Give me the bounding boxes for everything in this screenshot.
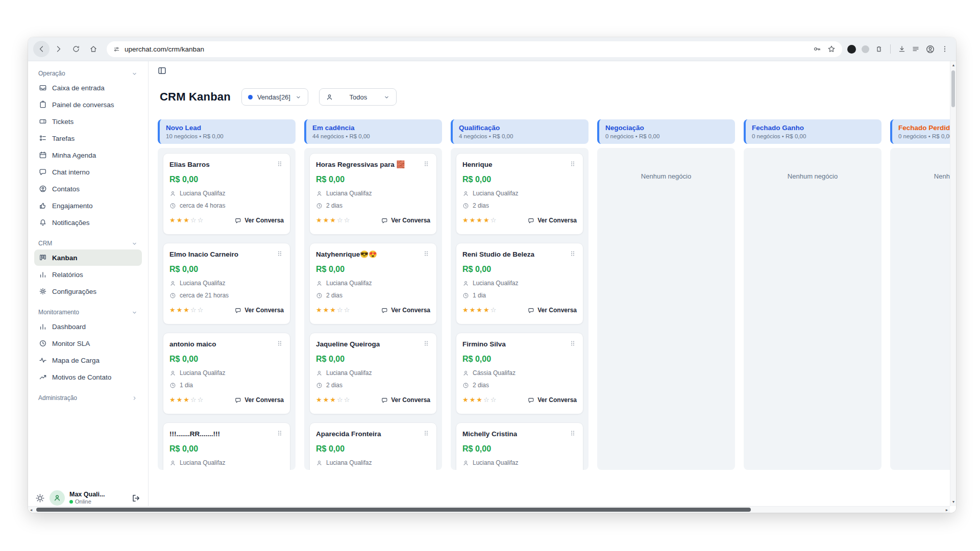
- drag-handle-icon[interactable]: [276, 429, 284, 437]
- section-header-crm[interactable]: CRM: [34, 237, 142, 249]
- profile-avatar-icon[interactable]: [925, 44, 935, 54]
- ver-conversa-button[interactable]: Ver Conversa: [528, 307, 577, 314]
- section-header-monitoramento[interactable]: Monitoramento: [34, 306, 142, 318]
- forward-button[interactable]: [51, 41, 67, 57]
- ver-conversa-button[interactable]: Ver Conversa: [381, 307, 430, 314]
- sidebar-item-caixa-de-entrada[interactable]: Caixa de entrada: [34, 80, 142, 96]
- site-settings-icon[interactable]: [113, 46, 120, 53]
- sidebar-item-contatos[interactable]: Contatos: [34, 181, 142, 197]
- menu-kebab-icon[interactable]: [941, 45, 949, 53]
- reading-list-icon[interactable]: [912, 45, 920, 53]
- toolbar-right-cluster: [847, 44, 951, 54]
- agent-filter-dropdown[interactable]: Todos: [319, 88, 397, 106]
- ver-conversa-button[interactable]: Ver Conversa: [235, 307, 284, 314]
- drag-handle-icon[interactable]: [569, 339, 577, 347]
- sidebar-item-mapa-de-carga[interactable]: Mapa de Carga: [34, 352, 142, 368]
- kanban-card[interactable]: Michelly Cristina R$ 0,00 Luciana Qualif…: [456, 422, 583, 470]
- chevron-down-icon: [383, 94, 390, 101]
- star-rating[interactable]: ★★★☆☆: [169, 395, 204, 405]
- sidebar-item-motivos-de-contato[interactable]: Motivos de Contato: [34, 369, 142, 385]
- ver-conversa-button[interactable]: Ver Conversa: [381, 217, 430, 224]
- star-rating[interactable]: ★★★☆☆: [316, 216, 351, 225]
- kanban-card[interactable]: Reni Studio de Beleza R$ 0,00 Luciana Qu…: [456, 243, 583, 324]
- scroll-right-arrow[interactable]: ►: [944, 507, 950, 513]
- sidebar-item-dashboard[interactable]: Dashboard: [34, 318, 142, 335]
- section-header-operacao[interactable]: Operação: [34, 67, 142, 80]
- kanban-card[interactable]: Jaqueline Queiroga R$ 0,00 Luciana Quali…: [309, 333, 437, 414]
- kanban-card[interactable]: Natyhenrique😎😍 R$ 0,00 Luciana Qualifaz …: [309, 243, 437, 324]
- extensions-puzzle-icon[interactable]: [875, 45, 883, 53]
- sidebar-item-kanban[interactable]: Kanban: [34, 249, 142, 266]
- sidebar-item-relatorios[interactable]: Relatórios: [34, 266, 142, 283]
- pipeline-filter-dropdown[interactable]: Vendas[26]: [241, 88, 308, 106]
- kanban-card[interactable]: Elmo Inacio Carneiro R$ 0,00 Luciana Qua…: [163, 243, 290, 324]
- back-button[interactable]: [33, 41, 50, 57]
- deal-value: R$ 0,00: [169, 354, 284, 365]
- drag-handle-icon[interactable]: [422, 339, 430, 347]
- extension-icon-gray[interactable]: [862, 45, 869, 53]
- home-button[interactable]: [85, 41, 102, 57]
- kanban-card[interactable]: Aparecida Fronteira R$ 0,00 Luciana Qual…: [309, 422, 437, 470]
- kanban-card[interactable]: Firmino Silva R$ 0,00 Cássia Qualifaz 2 …: [456, 333, 583, 414]
- drag-handle-icon[interactable]: [569, 249, 577, 258]
- drag-handle-icon[interactable]: [276, 339, 284, 347]
- sidebar-item-engajamento[interactable]: Engajamento: [34, 197, 142, 214]
- url-bar[interactable]: uperchat.com/crm/kanban: [107, 41, 842, 57]
- bookmark-star-icon[interactable]: [827, 45, 836, 53]
- theme-sun-icon[interactable]: [35, 493, 45, 503]
- horizontal-scroll-thumb[interactable]: [36, 508, 751, 512]
- drag-handle-icon[interactable]: [422, 429, 430, 437]
- drag-handle-icon[interactable]: [569, 160, 577, 168]
- vertical-scrollbar[interactable]: ▲ ▼: [950, 61, 956, 506]
- star-rating[interactable]: ★★★☆☆: [316, 395, 351, 405]
- reload-button[interactable]: [68, 41, 84, 57]
- ver-conversa-button[interactable]: Ver Conversa: [528, 217, 577, 224]
- deal-value: R$ 0,00: [169, 443, 284, 455]
- extension-icon-dark[interactable]: [847, 45, 856, 54]
- ver-conversa-button[interactable]: Ver Conversa: [381, 396, 430, 404]
- logout-icon[interactable]: [131, 493, 141, 503]
- vertical-scroll-thumb[interactable]: [951, 70, 955, 107]
- sidebar-item-chat-interno[interactable]: Chat interno: [34, 164, 142, 180]
- drag-handle-icon[interactable]: [422, 249, 430, 258]
- star-rating[interactable]: ★★★☆☆: [169, 306, 204, 315]
- kanban-card[interactable]: Henrique R$ 0,00 Luciana Qualifaz 2 dias…: [456, 153, 583, 235]
- drag-handle-icon[interactable]: [276, 160, 284, 168]
- sidebar-item-configuracoes[interactable]: Configurações: [34, 283, 142, 299]
- star-rating[interactable]: ★★★☆☆: [316, 306, 351, 315]
- drag-handle-icon[interactable]: [422, 160, 430, 168]
- sidebar-item-monitor-sla[interactable]: Monitor SLA: [34, 335, 142, 352]
- column-header: Qualificação 4 negócios • R$ 0,00: [451, 119, 589, 144]
- sidebar-item-notificacoes[interactable]: Notificações: [34, 214, 142, 231]
- user-avatar[interactable]: [50, 490, 65, 506]
- column-header: Em cadência 44 negócios • R$ 0,00: [304, 119, 442, 144]
- ver-conversa-button[interactable]: Ver Conversa: [235, 396, 284, 404]
- scroll-down-arrow[interactable]: ▼: [950, 499, 956, 505]
- ver-conversa-button[interactable]: Ver Conversa: [235, 217, 284, 224]
- kanban-card[interactable]: antonio maico R$ 0,00 Luciana Qualifaz 1…: [163, 333, 290, 414]
- star-rating[interactable]: ★★★☆☆: [462, 395, 497, 405]
- star-rating[interactable]: ★★★★☆: [462, 306, 497, 315]
- ver-conversa-button[interactable]: Ver Conversa: [528, 396, 577, 404]
- star-rating[interactable]: ★★★★☆: [462, 216, 497, 225]
- sidebar-item-tarefas[interactable]: Tarefas: [34, 130, 142, 146]
- kanban-card[interactable]: Horas Regressivas para 🧱 R$ 0,00 Luciana…: [309, 153, 437, 235]
- downloads-icon[interactable]: [898, 45, 906, 53]
- deal-value: R$ 0,00: [316, 264, 430, 275]
- star-rating[interactable]: ★★★☆☆: [169, 216, 204, 225]
- kanban-card[interactable]: Elias Barros R$ 0,00 Luciana Qualifaz ce…: [163, 153, 290, 235]
- scroll-left-arrow[interactable]: ◄: [28, 507, 34, 513]
- horizontal-scrollbar[interactable]: ◄ ►: [28, 506, 950, 513]
- column-meta: 0 negócios • R$ 0,00: [752, 133, 875, 139]
- sidebar-item-minha-agenda[interactable]: Minha Agenda: [34, 147, 142, 163]
- passwords-key-icon[interactable]: [813, 45, 821, 53]
- scroll-up-arrow[interactable]: ▲: [950, 62, 956, 68]
- kanban-card[interactable]: !!!.......RR.......!!! R$ 0,00 Luciana Q…: [163, 422, 290, 470]
- sidebar-item-painel-de-conversas[interactable]: Painel de conversas: [34, 96, 142, 113]
- drag-handle-icon[interactable]: [276, 249, 284, 258]
- deal-agent: Luciana Qualifaz: [326, 279, 372, 287]
- sidebar-item-tickets[interactable]: Tickets: [34, 113, 142, 130]
- section-header-administracao[interactable]: Administração: [34, 392, 142, 404]
- drag-handle-icon[interactable]: [569, 429, 577, 437]
- sidebar-toggle-button[interactable]: [157, 66, 167, 76]
